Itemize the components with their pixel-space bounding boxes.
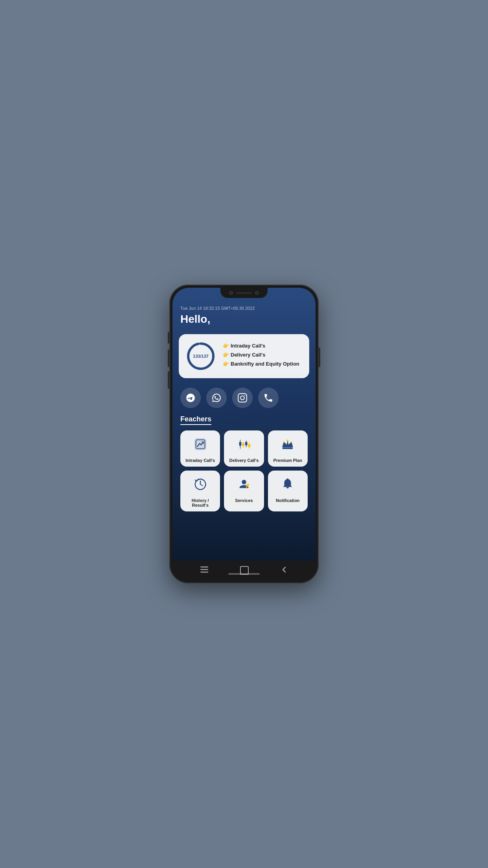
app-screen: INTRADAY TRADING TIPS Tue Jun 14 18:32:1… bbox=[172, 288, 316, 561]
whatsapp-button[interactable] bbox=[206, 388, 227, 408]
progress-circle: 133/137 bbox=[185, 340, 216, 372]
silent-button bbox=[168, 332, 169, 344]
sensor bbox=[255, 291, 259, 295]
delivery-calls-label: Delivery Call's bbox=[229, 458, 259, 463]
intraday-calls-label: Intraday Call's bbox=[185, 458, 215, 463]
phone-screen: INTRADAY TRADING TIPS Tue Jun 14 18:32:1… bbox=[172, 288, 316, 580]
features-grid: Intraday Call's bbox=[180, 430, 308, 511]
svg-rect-12 bbox=[245, 442, 248, 445]
speaker bbox=[236, 292, 252, 294]
svg-rect-14 bbox=[248, 444, 250, 447]
svg-rect-24 bbox=[200, 569, 208, 570]
services-label: Services bbox=[235, 498, 253, 503]
svg-rect-2 bbox=[238, 394, 247, 402]
notification-card[interactable]: Notification bbox=[268, 471, 308, 511]
svg-rect-25 bbox=[200, 572, 208, 573]
progress-label: 133/137 bbox=[193, 354, 209, 359]
delivery-label: Delivery Call's bbox=[231, 352, 265, 358]
services-icon bbox=[237, 477, 251, 495]
info-card: 133/137 👉 Intraday Call's 👉 Delivery Cal… bbox=[179, 334, 309, 378]
telegram-button[interactable] bbox=[180, 388, 201, 408]
bottom-navigation bbox=[172, 561, 316, 580]
delivery-icon bbox=[237, 437, 251, 455]
services-card[interactable]: Services bbox=[224, 471, 264, 511]
nav-back-button[interactable] bbox=[281, 566, 288, 575]
premium-plan-card[interactable]: Premium Plan bbox=[268, 430, 308, 467]
svg-point-3 bbox=[240, 396, 244, 400]
svg-point-18 bbox=[291, 441, 292, 443]
history-icon bbox=[193, 477, 208, 495]
power-button bbox=[319, 348, 320, 367]
svg-point-17 bbox=[283, 441, 285, 443]
svg-point-16 bbox=[287, 440, 289, 441]
header: Tue Jun 14 18:32:15 GMT+05:30 2022 Hello… bbox=[172, 300, 316, 329]
front-camera bbox=[229, 291, 233, 295]
svg-rect-15 bbox=[283, 448, 293, 449]
social-icons-row bbox=[172, 383, 316, 413]
bell-icon bbox=[280, 477, 295, 495]
greeting-text: Hello, bbox=[180, 313, 308, 326]
instagram-button[interactable] bbox=[232, 388, 253, 408]
card-item-3: 👉 Banknifty and Equity Option bbox=[223, 361, 303, 367]
volume-down-button bbox=[168, 371, 169, 389]
svg-rect-23 bbox=[200, 566, 208, 568]
intraday-icon bbox=[193, 437, 208, 455]
card-items-list: 👉 Intraday Call's 👉 Delivery Call's 👉 Ba… bbox=[223, 343, 303, 370]
emoji-3: 👉 bbox=[223, 361, 229, 367]
intraday-calls-card[interactable]: Intraday Call's bbox=[180, 430, 220, 467]
notification-label: Notification bbox=[276, 498, 300, 503]
emoji-1: 👉 bbox=[223, 343, 229, 349]
phone-call-button[interactable] bbox=[258, 388, 279, 408]
crown-icon bbox=[280, 437, 295, 455]
notch bbox=[220, 288, 268, 298]
history-results-card[interactable]: History / Result's bbox=[180, 471, 220, 511]
nav-menu-button[interactable] bbox=[200, 566, 208, 575]
volume-up-button bbox=[168, 349, 169, 367]
features-section: Feachers Intraday Call's bbox=[172, 413, 316, 515]
history-results-label: History / Result's bbox=[183, 498, 217, 508]
datetime-text: Tue Jun 14 18:32:15 GMT+05:30 2022 bbox=[180, 306, 308, 311]
emoji-2: 👉 bbox=[223, 352, 229, 358]
svg-rect-10 bbox=[242, 443, 244, 446]
svg-point-20 bbox=[242, 480, 246, 484]
phone-device: INTRADAY TRADING TIPS Tue Jun 14 18:32:1… bbox=[169, 285, 319, 583]
banknifty-label: Banknifty and Equity Option bbox=[231, 361, 299, 367]
intraday-label: Intraday Call's bbox=[231, 343, 265, 349]
card-item-2: 👉 Delivery Call's bbox=[223, 352, 303, 358]
svg-point-4 bbox=[244, 395, 245, 396]
nav-indicator bbox=[228, 573, 260, 575]
svg-point-22 bbox=[287, 478, 288, 480]
card-item-1: 👉 Intraday Call's bbox=[223, 343, 303, 349]
delivery-calls-card[interactable]: Delivery Call's bbox=[224, 430, 264, 467]
features-title: Feachers bbox=[180, 415, 211, 425]
premium-plan-label: Premium Plan bbox=[273, 458, 302, 463]
svg-rect-8 bbox=[239, 442, 242, 446]
